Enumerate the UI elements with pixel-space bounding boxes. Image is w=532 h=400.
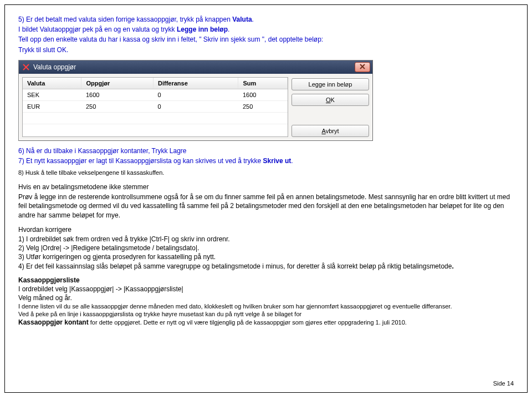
app-icon	[22, 63, 30, 71]
page-number: Side 14	[493, 380, 514, 387]
close-button[interactable]	[355, 62, 370, 72]
col-differanse[interactable]: Differanse	[154, 78, 238, 89]
fix-3: 3) Utfør korrigeringen og gjenta prosedy…	[18, 253, 514, 261]
list-heading: Kassaoppgjørsliste	[18, 276, 514, 284]
legge-inn-belop-button[interactable]: Legge inn beløp	[291, 78, 369, 90]
fix-2: 2) Velg |Ordre| -> |Redigere betalingsme…	[18, 244, 514, 252]
list-3: I denne listen vil du se alle kassaoppgj…	[18, 303, 514, 310]
table-row[interactable]: EUR 250 0 250	[23, 100, 288, 112]
instruction-5b: I bildet Valutaoppgjør pek på en og en v…	[18, 25, 514, 34]
instruction-5a: 5) Er det betalt med valuta siden forrig…	[18, 15, 514, 24]
ok-button[interactable]: OK	[291, 94, 369, 106]
col-valuta[interactable]: Valuta	[23, 78, 81, 89]
instruction-8: 8) Husk å telle tilbake vekselpengene ti…	[18, 169, 514, 177]
col-oppgjor[interactable]: Oppgjør	[81, 78, 154, 89]
table-row[interactable]: SEK 1600 0 1600	[23, 89, 288, 100]
instruction-5d: Trykk til slutt OK.	[18, 45, 514, 54]
list-1: I ordrebildet velg |Kassaoppgjør| -> |Ka…	[18, 285, 514, 293]
instruction-5c: Tell opp den enkelte valuta du har i kas…	[18, 35, 514, 44]
fix-1: 1) I ordrebildet søk frem ordren ved å t…	[18, 235, 514, 243]
currency-table: Valuta Oppgjør Differanse Sum SEK 1600 0…	[23, 78, 288, 124]
avbryt-button[interactable]: Avbryt	[291, 125, 369, 137]
dialog-titlebar: Valuta oppgjør	[19, 60, 372, 74]
list-5: Kassaoppgjør kontant for dette oppgjøret…	[18, 318, 514, 326]
list-2: Velg måned og år.	[18, 294, 514, 302]
error-heading: Hvis en av betalingsmetodene ikke stemme…	[18, 183, 514, 191]
instruction-7: 7) Et nytt kassaoppgjør er lagt til Kass…	[18, 156, 514, 165]
close-icon	[360, 63, 365, 71]
table-row[interactable]	[23, 112, 288, 124]
list-4: Ved å peke på en linje i kassaoppgjørsli…	[18, 311, 514, 317]
dialog-title: Valuta oppgjør	[33, 63, 76, 71]
col-sum[interactable]: Sum	[238, 78, 288, 89]
instruction-6: 6) Nå er du tilbake i Kassaoppgjør konta…	[18, 146, 514, 155]
fix-heading: Hvordan korrigere	[18, 225, 514, 234]
fix-4: 4) Er det feil kassainnslag slås beløpet…	[18, 262, 514, 271]
currency-table-container: Valuta Oppgjør Differanse Sum SEK 1600 0…	[22, 77, 288, 137]
valuta-oppgjor-dialog: Valuta oppgjør Valuta Oppgjør Differanse…	[18, 60, 373, 141]
error-body: Prøv å legge inn de resterende kontrolls…	[18, 193, 514, 220]
